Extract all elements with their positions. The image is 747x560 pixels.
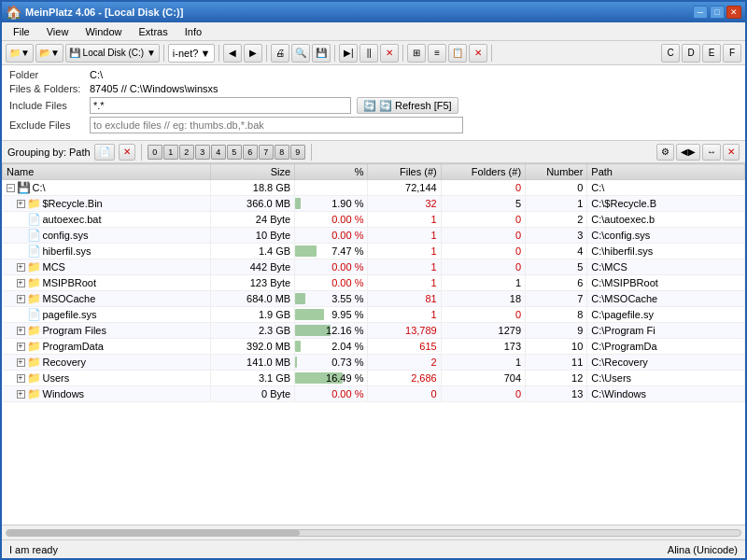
toolbar-main: 📁▼ 📂▼ 💾 Local Disk (C:) ▼ i-net? ▼ ◀ ▶ 🖨… bbox=[2, 41, 745, 65]
group-num-9[interactable]: 9 bbox=[290, 145, 305, 160]
drive-d-button[interactable]: D bbox=[682, 44, 700, 63]
col-header-folders[interactable]: Folders (#) bbox=[441, 164, 525, 180]
table-row[interactable]: +📁 Users3.1 GB16.49 %2,68670412C:\Users bbox=[3, 371, 745, 386]
table-row[interactable]: +📁 MSOCache684.0 MB3.55 %81187C:\MSOCach… bbox=[3, 291, 745, 307]
clear-button[interactable]: ✕ bbox=[469, 44, 487, 63]
menu-extras[interactable]: Extras bbox=[132, 24, 176, 39]
row-files: 32 bbox=[368, 196, 441, 212]
drive-e-button[interactable]: E bbox=[702, 44, 721, 63]
expand-icon[interactable]: + bbox=[17, 343, 25, 351]
table-row[interactable]: +📁 Windows0 Byte0.00 %0013C:\Windows bbox=[3, 386, 745, 402]
grouping-clear-button[interactable]: ✕ bbox=[119, 144, 135, 161]
table-row[interactable]: +📁 MCS442 Byte0.00 %105C:\MCS bbox=[3, 259, 745, 275]
row-number: 11 bbox=[526, 355, 587, 371]
col-header-path[interactable]: Path bbox=[587, 164, 745, 180]
col-header-pct[interactable]: % bbox=[295, 164, 368, 180]
file-table-wrapper[interactable]: Name Size % Files (#) Folders (#) Number… bbox=[2, 163, 745, 525]
group-num-3[interactable]: 3 bbox=[195, 145, 210, 160]
expand-all-button[interactable]: ▶| bbox=[339, 44, 358, 63]
settings-button[interactable]: ⚙ bbox=[656, 144, 674, 161]
row-name-label: Program Files bbox=[43, 325, 106, 336]
group-num-4[interactable]: 4 bbox=[211, 145, 226, 160]
close-group-button[interactable]: ✕ bbox=[723, 144, 740, 161]
include-input[interactable] bbox=[90, 97, 351, 114]
col-header-name[interactable]: Name bbox=[3, 164, 211, 180]
row-pct: 12.16 % bbox=[295, 323, 368, 339]
resize-button[interactable]: ↔ bbox=[702, 144, 721, 161]
save-button[interactable]: 💾 bbox=[312, 44, 331, 63]
table-row[interactable]: +📁 $Recycle.Bin366.0 MB1.90 %3251C:\$Rec… bbox=[3, 196, 745, 212]
menu-info[interactable]: Info bbox=[177, 24, 209, 39]
row-path: C:\MCS bbox=[587, 259, 745, 275]
scroll-track[interactable] bbox=[6, 529, 741, 537]
minimize-button[interactable]: ─ bbox=[693, 6, 708, 19]
scroll-thumb[interactable] bbox=[7, 530, 300, 536]
stop-button[interactable]: ✕ bbox=[380, 44, 399, 63]
expand-icon[interactable]: + bbox=[17, 390, 25, 399]
row-path: C:\config.sys bbox=[587, 228, 745, 244]
open-button[interactable]: 📂▼ bbox=[35, 44, 63, 63]
row-number: 2 bbox=[526, 212, 587, 228]
row-pct: 0.73 % bbox=[295, 355, 368, 371]
expand-icon[interactable]: + bbox=[17, 358, 25, 367]
nav-forward-button[interactable]: ▶ bbox=[244, 44, 262, 63]
group-num-8[interactable]: 8 bbox=[275, 145, 289, 160]
collapse-button[interactable]: || bbox=[359, 44, 378, 63]
exclude-input[interactable] bbox=[90, 117, 463, 133]
close-button[interactable]: ✕ bbox=[726, 6, 741, 19]
expand-icon[interactable]: + bbox=[17, 327, 25, 335]
drive-button[interactable]: 💾 Local Disk (C:) ▼ bbox=[65, 44, 160, 63]
drive-f-button[interactable]: F bbox=[723, 44, 741, 63]
table-row[interactable]: +📁 Recovery141.0 MB0.73 %2111C:\Recovery bbox=[3, 355, 745, 371]
table-row[interactable]: 📄 config.sys10 Byte0.00 %103C:\config.sy… bbox=[3, 228, 745, 244]
expand-icon[interactable]: + bbox=[17, 200, 25, 208]
table-row[interactable]: 📄 autoexec.bat24 Byte0.00 %102C:\autoexe… bbox=[3, 212, 745, 228]
view-grid-button[interactable]: ⊞ bbox=[407, 44, 426, 63]
table-row[interactable]: 📄 hiberfil.sys1.4 GB7.47 %104C:\hiberfil… bbox=[3, 244, 745, 259]
nav-back-button[interactable]: ◀ bbox=[223, 44, 242, 63]
search-button[interactable]: 🔍 bbox=[291, 44, 310, 63]
horizontal-scrollbar[interactable] bbox=[2, 525, 745, 539]
row-name-label: ProgramData bbox=[43, 341, 104, 352]
new-button[interactable]: 📁▼ bbox=[6, 44, 34, 63]
expand-icon[interactable]: + bbox=[17, 279, 25, 287]
table-row[interactable]: +📁 MSIPBRoot123 Byte0.00 %116C:\MSIPBRoo… bbox=[3, 275, 745, 291]
view-list-button[interactable]: ≡ bbox=[428, 44, 446, 63]
row-size: 123 Byte bbox=[210, 275, 294, 291]
print-button[interactable]: 🖨 bbox=[271, 44, 289, 63]
refresh-button[interactable]: 🔄 🔄 Refresh [F5] bbox=[357, 97, 458, 114]
grouping-icon-button[interactable]: 📄 bbox=[94, 144, 115, 161]
group-num-5[interactable]: 5 bbox=[227, 145, 242, 160]
group-num-6[interactable]: 6 bbox=[243, 145, 258, 160]
maximize-button[interactable]: □ bbox=[710, 6, 725, 19]
separator-1 bbox=[163, 45, 164, 62]
col-header-number[interactable]: Number bbox=[526, 164, 587, 180]
row-name-label: MSOCache bbox=[43, 293, 96, 304]
group-num-2[interactable]: 2 bbox=[179, 145, 194, 160]
file-icon: 📄 bbox=[27, 245, 41, 258]
menu-file[interactable]: File bbox=[6, 24, 37, 39]
row-number: 10 bbox=[526, 339, 587, 355]
inet-selector[interactable]: i-net? ▼ bbox=[168, 44, 215, 63]
col-header-size[interactable]: Size bbox=[210, 164, 294, 180]
col-header-files[interactable]: Files (#) bbox=[368, 164, 441, 180]
group-num-1[interactable]: 1 bbox=[163, 145, 178, 160]
expand-icon[interactable]: + bbox=[17, 263, 25, 272]
drive-c-button[interactable]: C bbox=[661, 44, 680, 63]
row-files: 81 bbox=[368, 291, 441, 307]
row-path: C:\autoexec.b bbox=[587, 212, 745, 228]
table-row[interactable]: 📄 pagefile.sys1.9 GB9.95 %108C:\pagefile… bbox=[3, 307, 745, 323]
arrows-button[interactable]: ◀▶ bbox=[676, 144, 700, 161]
app-icon: 🏠 bbox=[6, 5, 21, 20]
expand-icon[interactable]: + bbox=[17, 295, 25, 303]
table-row[interactable]: +📁 ProgramData392.0 MB2.04 %61517310C:\P… bbox=[3, 339, 745, 355]
group-num-0[interactable]: 0 bbox=[148, 145, 162, 160]
clipboard-button[interactable]: 📋 bbox=[448, 44, 467, 63]
table-row[interactable]: +📁 Program Files2.3 GB12.16 %13,78912799… bbox=[3, 323, 745, 339]
expand-icon[interactable]: − bbox=[7, 184, 15, 192]
expand-icon[interactable]: + bbox=[17, 374, 25, 383]
group-num-7[interactable]: 7 bbox=[259, 145, 274, 160]
menu-view[interactable]: View bbox=[39, 24, 77, 39]
table-row[interactable]: −💾 C:\18.8 GB72,14400C:\ bbox=[3, 180, 745, 196]
menu-window[interactable]: Window bbox=[78, 24, 129, 39]
